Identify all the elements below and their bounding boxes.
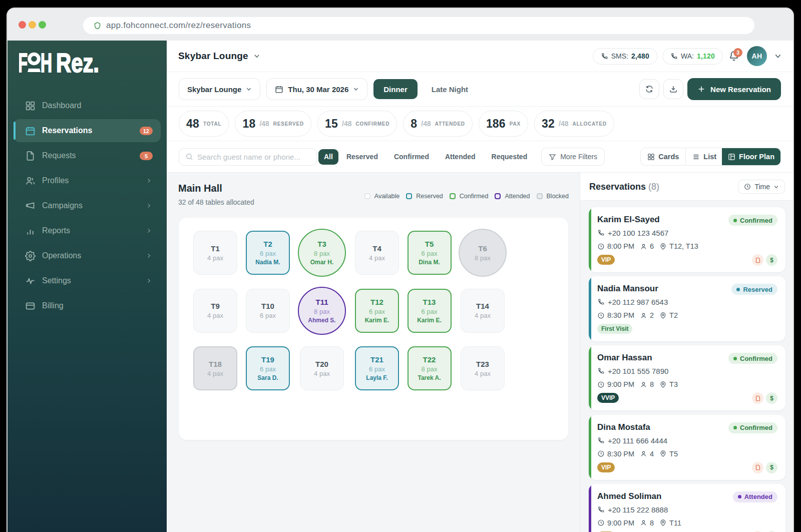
svg-text:H: H	[41, 52, 52, 75]
svg-text:Rez.: Rez.	[56, 52, 99, 75]
svg-text:F: F	[19, 52, 28, 75]
